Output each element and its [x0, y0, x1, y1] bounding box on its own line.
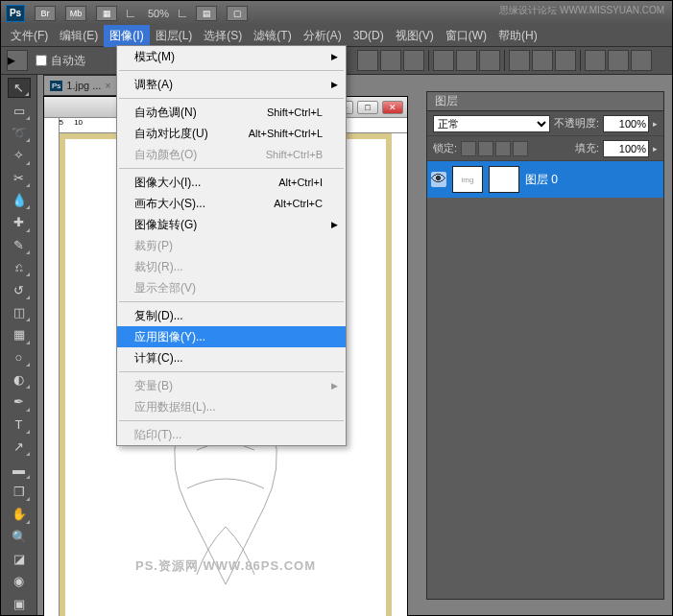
zoom-label[interactable]: 50% [148, 8, 169, 19]
distribute-icon[interactable] [532, 50, 553, 71]
menu-item-m[interactable]: 模式(M)▶ [117, 46, 346, 67]
menu-edit[interactable]: 编辑(E) [54, 25, 104, 47]
tool-quickmask[interactable]: ◉ [8, 571, 31, 591]
blend-mode-row: 正常 不透明度: 100% ▸ [427, 111, 663, 136]
opacity-input[interactable]: 100% [603, 115, 649, 132]
menubar: 文件(F) 编辑(E) 图像(I) 图层(L) 选择(S) 滤镜(T) 分析(A… [1, 25, 672, 46]
menu-item-c[interactable]: 计算(C)... [117, 347, 346, 368]
close-tab-icon[interactable]: × [105, 81, 110, 91]
layers-panel-tab[interactable]: 图层 [427, 92, 663, 111]
canvas-watermark: PS.资源网 WWW.86PS.COM [135, 557, 316, 575]
fill-arrow-icon[interactable]: ▸ [653, 144, 658, 154]
tool-pen[interactable]: ✒ [8, 391, 31, 412]
tool-eraser[interactable]: ◫ [8, 302, 31, 322]
layer-name-label[interactable]: 图层 0 [525, 172, 558, 188]
menu-item-g[interactable]: 图像旋转(G)▶ [117, 214, 346, 235]
tool-history[interactable]: ↺ [8, 279, 31, 299]
titlebar-dropdown-icon[interactable] [127, 10, 134, 17]
tool-shape[interactable]: ▬ [8, 459, 31, 479]
tool-heal[interactable]: ✚ [8, 212, 31, 232]
menu-image[interactable]: 图像(I) [104, 25, 149, 47]
menu-item-u[interactable]: 自动对比度(U)Alt+Shift+Ctrl+L [117, 123, 346, 144]
menu-item-y[interactable]: 应用图像(Y)... [117, 326, 346, 347]
tool-gradient[interactable]: ▦ [8, 324, 31, 344]
tool-crop[interactable]: ✂ [8, 168, 31, 188]
tool-type[interactable]: T [8, 415, 31, 435]
distribute-icon[interactable] [631, 50, 652, 71]
distribute-icon[interactable] [585, 50, 606, 71]
menu-item-p: 裁剪(P) [117, 235, 346, 256]
tool-brush[interactable]: ✎ [8, 235, 31, 255]
maximize-button[interactable]: □ [357, 101, 378, 114]
menu-window[interactable]: 窗口(W) [440, 25, 493, 47]
shortcut-label: Alt+Ctrl+I [278, 177, 323, 188]
separator [580, 50, 581, 71]
align-icon[interactable] [380, 50, 401, 71]
menu-item-i[interactable]: 图像大小(I)...Alt+Ctrl+I [117, 172, 346, 193]
distribute-icon[interactable] [509, 50, 530, 71]
tool-screenmode[interactable]: ▣ [8, 594, 31, 614]
lock-transparent-icon[interactable] [461, 141, 476, 156]
menu-item-n[interactable]: 自动色调(N)Shift+Ctrl+L [117, 102, 346, 123]
tool-stamp[interactable]: ⎌ [8, 257, 31, 277]
tool-move[interactable]: ↖ [8, 78, 31, 98]
lock-position-icon[interactable] [495, 141, 511, 156]
menu-analysis[interactable]: 分析(A) [298, 25, 348, 47]
menu-select[interactable]: 选择(S) [198, 25, 248, 47]
tool-path[interactable]: ↗ [8, 437, 31, 457]
close-button[interactable]: ✕ [382, 101, 403, 114]
menu-view[interactable]: 视图(V) [390, 25, 440, 47]
menu-help[interactable]: 帮助(H) [493, 25, 543, 47]
arrange-button[interactable]: ▤ [196, 6, 217, 21]
align-icon[interactable] [456, 50, 477, 71]
lock-label: 锁定: [433, 141, 457, 155]
lock-all-icon[interactable] [513, 141, 528, 156]
tool-zoom[interactable]: 🔍 [8, 527, 31, 547]
menu-item-a[interactable]: 调整(A)▶ [117, 74, 346, 95]
menu-item-s[interactable]: 画布大小(S)...Alt+Ctrl+C [117, 193, 346, 214]
minibridge-button[interactable]: Mb [65, 6, 86, 21]
ps-mini-icon: Ps [50, 81, 62, 91]
menu-separator [119, 371, 344, 372]
tool-3d[interactable]: ❒ [8, 482, 31, 502]
visibility-eye-icon[interactable]: 👁 [431, 172, 446, 187]
screen-button[interactable]: ▢ [227, 6, 248, 21]
view-grid-button[interactable]: ▦ [96, 6, 117, 21]
menu-file[interactable]: 文件(F) [5, 25, 54, 47]
submenu-arrow-icon: ▶ [331, 220, 338, 229]
distribute-icon[interactable] [608, 50, 629, 71]
tool-fgbg[interactable]: ◪ [8, 549, 31, 569]
distribute-icon[interactable] [555, 50, 576, 71]
menu-layer[interactable]: 图层(L) [150, 25, 199, 47]
menu-filter[interactable]: 滤镜(T) [248, 25, 297, 47]
blend-mode-select[interactable]: 正常 [433, 115, 550, 132]
menu-3d[interactable]: 3D(D) [348, 26, 390, 45]
layer-row[interactable]: 👁 img 图层 0 [427, 161, 663, 198]
menu-item-d[interactable]: 复制(D)... [117, 305, 346, 326]
document-tab[interactable]: Ps 1.jpg ... × [43, 75, 117, 96]
layer-thumbnail[interactable]: img [452, 166, 483, 193]
tool-dodge[interactable]: ◐ [8, 369, 31, 390]
zoom-dropdown-icon[interactable] [179, 10, 186, 17]
ruler-vertical[interactable] [44, 118, 60, 616]
align-icon[interactable] [403, 50, 424, 71]
auto-select-checkbox[interactable]: 自动选 [36, 53, 85, 69]
tool-marquee[interactable]: ▭ [8, 100, 31, 120]
bridge-button[interactable]: Br [35, 6, 56, 21]
fill-input[interactable]: 100% [603, 140, 649, 157]
align-icon[interactable] [433, 50, 454, 71]
site-watermark: 思缘设计论坛 WWW.MISSYUAN.COM [499, 4, 664, 17]
shortcut-label: Shift+Ctrl+L [267, 107, 323, 118]
lock-pixels-icon[interactable] [478, 141, 493, 156]
tool-blur[interactable]: ○ [8, 347, 31, 367]
layer-mask-thumbnail[interactable] [489, 166, 519, 193]
align-icon[interactable] [479, 50, 500, 71]
tool-eyedrop[interactable]: 💧 [8, 190, 31, 210]
opacity-arrow-icon[interactable]: ▸ [653, 119, 658, 129]
tool-hand[interactable]: ✋ [8, 504, 31, 524]
align-icon[interactable] [357, 50, 378, 71]
tool-wand[interactable]: ✧ [8, 145, 31, 165]
move-tool-preset-icon[interactable]: ▸ [7, 50, 28, 71]
toolbox: ↖ ▭ ➰ ✧ ✂ 💧 ✚ ✎ ⎌ ↺ ◫ ▦ ○ ◐ ✒ T ↗ ▬ ❒ ✋ … [1, 75, 37, 615]
tool-lasso[interactable]: ➰ [8, 123, 31, 143]
